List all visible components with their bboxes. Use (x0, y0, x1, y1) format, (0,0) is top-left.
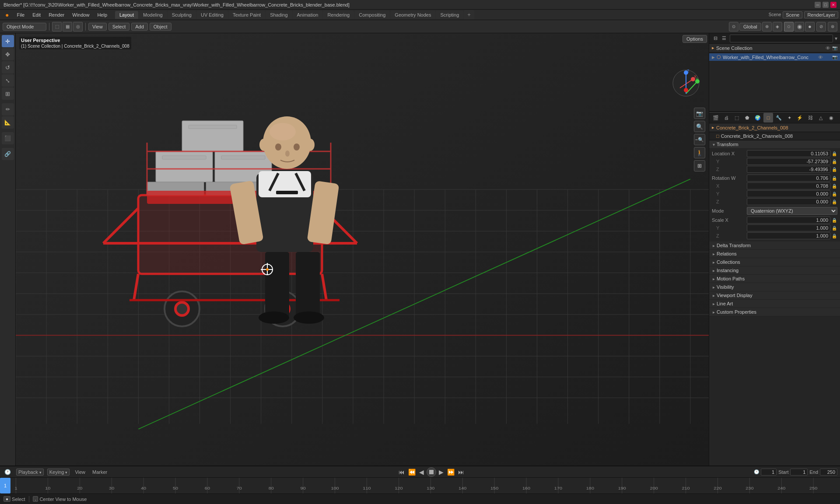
end-frame-input[interactable]: 250 (820, 469, 837, 476)
eye-icon[interactable]: 👁 (826, 46, 830, 51)
relations-section[interactable]: ▸ Relations (709, 250, 840, 258)
instancing-section[interactable]: ▸ Instancing (709, 266, 840, 275)
menu-file[interactable]: File (13, 11, 28, 18)
loc-y-lock[interactable]: 🔒 (831, 158, 837, 164)
rot-z-lock[interactable]: 🔒 (831, 199, 837, 205)
rotation-mode-select[interactable]: Quaternion (WXYZ) (747, 207, 837, 215)
tab-geometry-nodes[interactable]: Geometry Nodes (390, 11, 435, 19)
viewport-3d[interactable]: User Perspective (1) Scene Collection | … (16, 33, 709, 466)
pivot-icon[interactable]: ⊙ (729, 22, 738, 32)
link-tool[interactable]: 🔗 (2, 148, 14, 160)
rot-y-lock[interactable]: 🔒 (831, 191, 837, 197)
tree-item-eye[interactable]: 👁 (818, 55, 823, 60)
cursor-tool[interactable]: ✛ (2, 35, 14, 47)
scale-y-value[interactable]: 1.000 (747, 224, 830, 231)
tab-uv-editing[interactable]: UV Editing (196, 11, 228, 19)
scale-x-value[interactable]: 1.000 (747, 217, 830, 224)
window-controls[interactable]: ─ □ ✕ (815, 2, 836, 8)
transform-tool[interactable]: ⊞ (2, 88, 14, 100)
prop-icon-render[interactable]: 🎬 (711, 113, 721, 122)
outliner-search-input[interactable] (730, 35, 833, 42)
maximize-btn[interactable]: □ (822, 2, 829, 8)
move-tool[interactable]: ✥ (2, 48, 14, 60)
prop-icon-output[interactable]: 🖨 (721, 113, 731, 122)
scene-field[interactable]: Scene (783, 11, 802, 18)
loc-x-lock[interactable]: 🔒 (831, 150, 837, 157)
walk-nav-btn[interactable]: 🚶 (694, 147, 705, 158)
overlay-icon[interactable]: ⊘ (816, 22, 826, 32)
view-btn[interactable]: View (88, 23, 107, 31)
transform-section-header[interactable]: ▾ Transform (709, 140, 840, 149)
timeline-type-icon[interactable]: 🕐 (3, 469, 13, 476)
annotate-tool[interactable]: ✏ (2, 103, 14, 116)
render-layer-field[interactable]: RenderLayer (804, 11, 838, 18)
rot-x-lock[interactable]: 🔒 (831, 183, 837, 189)
rotation-z-value[interactable]: 0.000 (747, 198, 830, 205)
delta-transform-section[interactable]: ▸ Delta Transform (709, 242, 840, 250)
step-forward-btn[interactable]: ⏩ (446, 469, 455, 476)
prop-icon-physics[interactable]: ⚡ (795, 113, 805, 122)
jump-end-btn[interactable]: ⏭ (457, 469, 465, 476)
shading-material-icon[interactable]: ◉ (794, 22, 804, 32)
tab-texture-paint[interactable]: Texture Paint (228, 11, 265, 19)
select-btn[interactable]: Select (108, 23, 130, 31)
prop-icon-data[interactable]: △ (816, 113, 826, 122)
tab-scripting[interactable]: Scripting (436, 11, 463, 19)
zoom-out-btn[interactable]: −🔍 (694, 134, 705, 145)
location-y-value[interactable]: -57.27309 (747, 158, 830, 165)
gizmo-icon[interactable]: ⊛ (828, 22, 837, 32)
line-art-section[interactable]: ▸ Line Art (709, 300, 840, 308)
location-z-value[interactable]: -9.49396 (747, 166, 830, 173)
outliner-item-0[interactable]: ▶ ⬡ Worker_with_Filled_Wheelbarrow_Conc … (709, 53, 840, 61)
play-btn[interactable]: ▶ (438, 469, 444, 476)
add-cube-tool[interactable]: ⬛ (2, 132, 14, 144)
menu-help[interactable]: Help (94, 11, 111, 18)
viewport-display-section[interactable]: ▸ Viewport Display (709, 291, 840, 300)
menu-edit[interactable]: Edit (29, 11, 44, 18)
start-frame-input[interactable]: 1 (790, 469, 808, 476)
keying-dropdown[interactable]: Keying ▾ (47, 469, 70, 476)
blender-logo[interactable]: ● (2, 10, 12, 19)
tab-layout[interactable]: Layout (115, 11, 138, 19)
current-frame-input[interactable]: 1 (761, 469, 777, 476)
viewport-icon-1[interactable]: ⬚ (52, 22, 62, 32)
tab-modeling[interactable]: Modeling (139, 11, 167, 19)
viewport-icon-3[interactable]: ◎ (73, 22, 83, 32)
prop-icon-particles[interactable]: ✦ (784, 113, 794, 122)
tree-item-camera[interactable]: 📷 (832, 55, 837, 60)
stop-btn[interactable]: ⏹ (427, 467, 436, 477)
add-btn[interactable]: Add (131, 23, 148, 31)
camera-btn[interactable]: 📷 (694, 108, 705, 119)
play-reverse-btn[interactable]: ◀ (418, 469, 425, 476)
scale-z-lock[interactable]: 🔒 (831, 233, 837, 239)
rot-w-lock[interactable]: 🔒 (831, 175, 837, 181)
playback-dropdown[interactable]: Playback ▾ (16, 469, 44, 476)
viewport-icon-2[interactable]: ▦ (63, 22, 72, 32)
minimize-btn[interactable]: ─ (815, 2, 821, 8)
timeline-marker-btn[interactable]: Marker (91, 469, 109, 475)
tab-animation[interactable]: Animation (293, 11, 323, 19)
tab-rendering[interactable]: Rendering (323, 11, 354, 19)
camera-icon-small[interactable]: 📷 (832, 46, 837, 51)
outliner-filter-icon[interactable]: ⊟ (712, 35, 719, 42)
prop-icon-viewlayer[interactable]: ⬚ (732, 113, 742, 122)
location-x-value[interactable]: 0.11053 (747, 150, 830, 157)
loc-z-lock[interactable]: 🔒 (831, 166, 837, 172)
rotate-tool[interactable]: ↺ (2, 61, 14, 74)
measure-tool[interactable]: 📐 (2, 116, 14, 129)
options-btn[interactable]: Options (682, 35, 707, 43)
tab-add[interactable]: + (464, 10, 474, 19)
prop-icon-modifier[interactable]: 🔧 (774, 113, 784, 122)
tab-shading[interactable]: Shading (266, 11, 292, 19)
jump-start-btn[interactable]: ⏮ (398, 469, 406, 476)
step-back-btn[interactable]: ⏪ (407, 469, 416, 476)
snap-icon[interactable]: ⊕ (762, 22, 772, 32)
orbit-gizmo[interactable]: X Y Z (671, 68, 701, 98)
prop-icon-world[interactable]: 🌍 (753, 113, 763, 122)
tab-compositing[interactable]: Compositing (354, 11, 390, 19)
rotation-y-value[interactable]: 0.000 (747, 190, 830, 197)
outliner-funnel-icon[interactable]: ▾ (835, 35, 837, 42)
scale-y-lock[interactable]: 🔒 (831, 225, 837, 231)
timeline-ruler[interactable]: 1 1 10 20 30 40 50 60 70 (0, 478, 840, 494)
global-btn[interactable]: Global (739, 23, 761, 31)
